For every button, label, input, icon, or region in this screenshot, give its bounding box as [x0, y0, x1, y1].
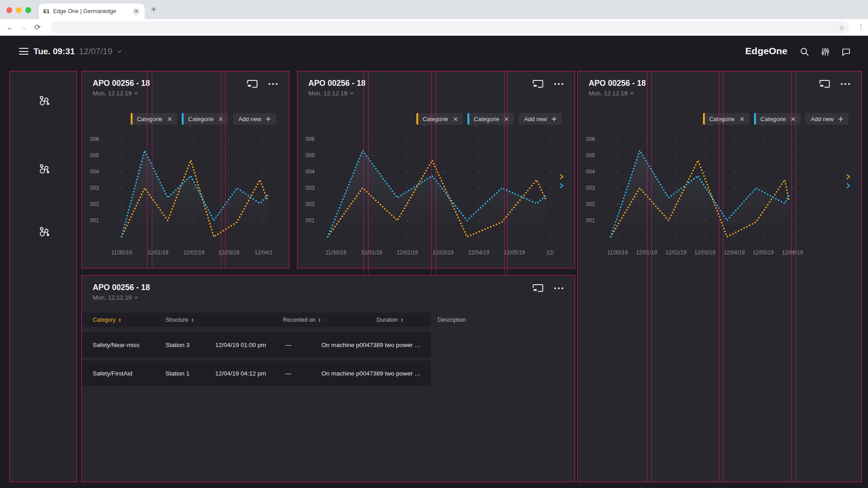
forward-icon[interactable]: → — [20, 23, 28, 32]
cell-duration: — — [285, 361, 292, 386]
hamburger-menu-icon[interactable] — [19, 48, 28, 55]
x-tick-label: 12/06/19 — [782, 249, 803, 256]
y-tick-label: 003 — [306, 185, 315, 191]
cell-category: Safety/Near-miss — [93, 332, 140, 357]
table-row[interactable]: Safety/FirstAid Station 1 12/04/19 04:12… — [82, 361, 431, 386]
grid-overlay-line — [152, 71, 152, 268]
cell-duration: — — [285, 332, 292, 357]
sort-icon: ▲▼ — [318, 318, 321, 322]
window-icon[interactable] — [533, 284, 543, 292]
cell-recorded-on: 12/04/19 01:00 pm — [215, 332, 266, 357]
column-header-description: Description — [438, 313, 466, 327]
column-label: Duration — [377, 317, 398, 323]
x-tick-label: 12/01/19 — [147, 249, 169, 256]
window-controls[interactable] — [6, 7, 31, 13]
card-date-selector[interactable]: Mon. 12.12.19 — [93, 294, 138, 301]
tab-title: Edge One | Germanedge — [53, 8, 129, 14]
y-tick-label: 005 — [306, 152, 315, 159]
chevron-down-icon[interactable] — [117, 50, 122, 53]
cell-structure: Station 1 — [165, 361, 189, 386]
app-header: Tue. 09:31 12/07/19 EdgeOne — [0, 36, 868, 67]
y-tick-label: 006 — [90, 136, 99, 142]
grid-overlay-line — [436, 71, 436, 274]
molecule-icon — [38, 95, 50, 107]
grid-overlay-line — [431, 71, 432, 274]
bookmark-star-icon[interactable]: ☆ — [839, 24, 844, 31]
sidebar-item-2[interactable] — [38, 163, 50, 177]
molecule-icon — [38, 163, 50, 175]
reload-icon[interactable]: ⟳ — [34, 23, 41, 32]
sort-icon: ▲▼ — [401, 318, 403, 322]
browser-menu-icon[interactable]: ⋮ — [858, 23, 864, 31]
more-dots-icon[interactable] — [554, 287, 564, 290]
card-subtitle: Mon. 12.12.19 — [93, 294, 132, 301]
sidebar-item-1[interactable] — [38, 95, 50, 109]
column-label: Structure — [165, 317, 189, 323]
x-tick-label: 12/01/19 — [361, 249, 382, 256]
new-tab-button[interactable]: + — [151, 5, 156, 14]
cell-description: On machine p0047389 two power … — [321, 361, 420, 386]
sidebar-item-3[interactable] — [38, 226, 50, 240]
x-tick-label: 12/05/19 — [753, 249, 774, 256]
chat-icon[interactable] — [841, 47, 851, 56]
url-bar[interactable]: ☆ — [51, 21, 849, 33]
close-window-button[interactable] — [6, 7, 12, 13]
x-tick-label: 12/ — [547, 249, 554, 256]
minimize-window-button[interactable] — [16, 7, 22, 13]
sidebar — [9, 71, 77, 482]
line-chart: 00100200300400500611/30/1912/01/1912/02/… — [297, 71, 576, 269]
y-tick-label: 004 — [306, 169, 315, 175]
grid-overlay-line — [504, 71, 505, 274]
search-icon[interactable] — [800, 47, 809, 56]
tab-favicon: E1 — [43, 9, 49, 14]
grid-overlay-line — [368, 71, 368, 274]
x-tick-label: 12/02/19 — [184, 249, 205, 256]
grid-overlay-line — [719, 71, 719, 482]
chart-card-3: APO 00256 - 18 Mon. 12.12.19 Categorie C… — [577, 71, 862, 482]
x-tick-label: 12/02/19 — [665, 249, 687, 256]
column-header-duration[interactable]: Duration▲▼ — [377, 313, 404, 327]
cell-structure: Station 3 — [165, 332, 189, 357]
y-tick-label: 003 — [90, 185, 99, 191]
sliders-icon[interactable] — [821, 47, 830, 56]
grid-overlay-line — [507, 71, 508, 274]
table-card: APO 00256 - 18 Mon. 12.12.19 Category▲▼ … — [81, 275, 575, 482]
browser-tabstrip: E1 Edge One | Germanedge ✕ + — [0, 0, 868, 19]
column-header-structure[interactable]: Structure▲▼ — [165, 313, 194, 327]
chevron-down-icon — [134, 296, 138, 299]
grid-overlay-line — [221, 71, 222, 268]
x-tick-label: 12/03/19 — [694, 249, 716, 256]
column-label: Description — [438, 317, 466, 323]
x-tick-label: 11/30/19 — [111, 249, 132, 256]
back-icon[interactable]: ← — [6, 23, 14, 32]
table-row[interactable]: Safety/Near-miss Station 3 12/04/19 01:0… — [82, 332, 431, 357]
line-chart: 00100200300400500611/30/1912/01/1912/02/… — [82, 71, 290, 269]
browser-tab[interactable]: E1 Edge One | Germanedge ✕ — [39, 4, 145, 19]
column-header-recorded-on[interactable]: Recorded on▲▼ — [283, 313, 321, 327]
y-tick-label: 002 — [306, 201, 315, 207]
sort-icon: ▲▼ — [118, 318, 121, 322]
series-more-chevron-cyan — [560, 183, 563, 188]
chart-card-1: APO 00256 - 18 Mon. 12.12.19 Categorie C… — [81, 71, 289, 268]
y-tick-label: 005 — [586, 152, 595, 159]
line-chart: 00100200300400500611/30/1912/01/1912/02/… — [578, 71, 862, 269]
maximize-window-button[interactable] — [25, 7, 31, 13]
cell-description: On machine p0047389 two power … — [321, 332, 420, 357]
grid-overlay-line — [225, 71, 226, 268]
y-tick-label: 001 — [90, 217, 99, 224]
grid-overlay-line — [723, 71, 723, 482]
x-tick-label: 12/02/19 — [397, 249, 418, 256]
grid-overlay-line — [796, 71, 796, 482]
y-tick-label: 002 — [90, 201, 99, 207]
x-tick-label: 11/30/19 — [326, 249, 346, 256]
x-tick-label: 12/04/19 — [468, 249, 490, 256]
header-date: 12/07/19 — [79, 47, 113, 56]
column-header-category[interactable]: Category▲▼ — [93, 313, 121, 327]
header-time: Tue. 09:31 — [33, 47, 75, 56]
column-label: Recorded on — [283, 317, 316, 323]
column-label: Category — [93, 317, 116, 323]
cell-category: Safety/FirstAid — [93, 361, 132, 386]
browser-navbar: ← → ⟳ ☆ ⋮ — [0, 19, 868, 36]
tab-close-icon[interactable]: ✕ — [132, 8, 140, 15]
y-tick-label: 002 — [586, 201, 595, 207]
